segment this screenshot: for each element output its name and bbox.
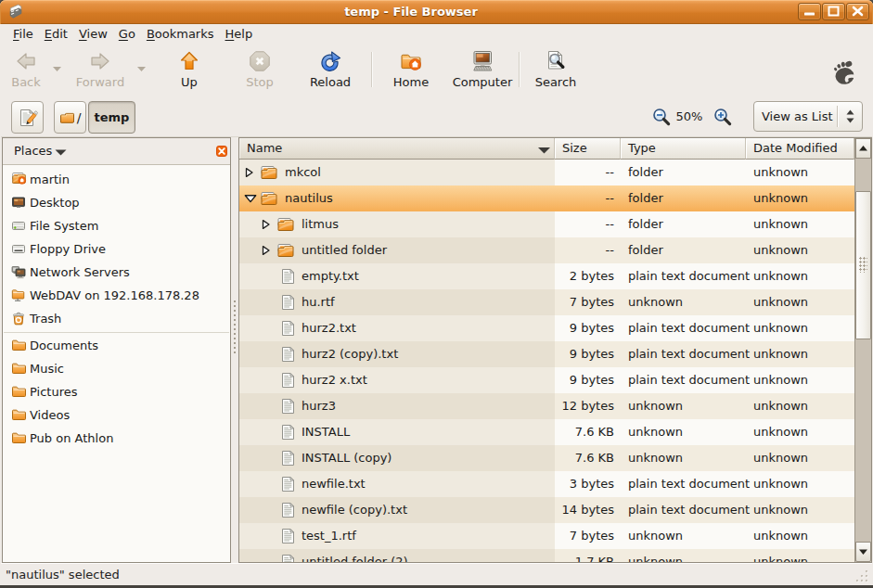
table-row[interactable]: hurz2 (copy).txt9 bytesplain text docume… bbox=[239, 341, 854, 367]
file-date: unknown bbox=[753, 263, 808, 289]
network-icon bbox=[11, 264, 26, 279]
file-type: plain text document bbox=[628, 497, 750, 523]
sidebar-item-music[interactable]: Music bbox=[3, 357, 230, 380]
column-header-size[interactable]: Size bbox=[555, 138, 621, 160]
scroll-up-button[interactable] bbox=[855, 138, 871, 159]
table-row[interactable]: untitled folder (2)1.7 KBunknownunknown bbox=[239, 549, 854, 562]
sidebar-item-file-system[interactable]: File System bbox=[3, 214, 230, 237]
toolbar-label: Forward bbox=[63, 75, 138, 89]
menu-file[interactable]: File bbox=[7, 25, 39, 44]
places-selector[interactable]: Places bbox=[3, 138, 230, 165]
sidebar-item-desktop[interactable]: Desktop bbox=[3, 191, 230, 214]
name-cell: hurz2.txt bbox=[239, 315, 555, 341]
table-row[interactable]: INSTALL7.6 KBunknownunknown bbox=[239, 419, 854, 445]
combo-arrows-icon bbox=[845, 109, 855, 124]
close-button[interactable] bbox=[846, 3, 869, 20]
column-header-date-modified[interactable]: Date Modified bbox=[746, 138, 854, 160]
resize-grip[interactable] bbox=[854, 569, 869, 583]
forward-dropdown-button[interactable] bbox=[137, 67, 146, 71]
edit-location-button[interactable] bbox=[11, 101, 44, 134]
search-button[interactable]: Search bbox=[522, 49, 589, 92]
name-cell: newfile (copy).txt bbox=[239, 497, 555, 523]
file-date: unknown bbox=[753, 160, 808, 185]
computer-icon bbox=[441, 49, 524, 73]
vertical-scrollbar[interactable] bbox=[854, 138, 871, 562]
computer-button[interactable]: Computer bbox=[441, 49, 524, 92]
minimize-button[interactable] bbox=[798, 3, 821, 20]
up-button[interactable]: Up bbox=[167, 49, 212, 92]
stop-button[interactable]: Stop bbox=[235, 49, 285, 92]
sort-descending-icon bbox=[537, 147, 551, 154]
sidebar-item-network-servers[interactable]: Network Servers bbox=[3, 261, 230, 284]
sidebar-item-pictures[interactable]: Pictures bbox=[3, 380, 230, 403]
expander-expanded-icon[interactable] bbox=[244, 194, 257, 203]
combo-separator bbox=[837, 106, 838, 127]
titlebar[interactable]: temp - File Browser bbox=[0, 0, 873, 24]
sidebar-item-documents[interactable]: Documents bbox=[3, 334, 230, 357]
table-row[interactable]: untitled folder--folderunknown bbox=[239, 237, 854, 263]
table-row[interactable]: mkcol--folderunknown bbox=[239, 160, 854, 185]
sidebar-item-label: Music bbox=[30, 357, 64, 380]
back-button[interactable]: Back bbox=[1, 49, 51, 92]
text-file-icon bbox=[280, 268, 296, 285]
shared-folder-icon bbox=[11, 288, 26, 302]
column-header-name[interactable]: Name bbox=[239, 138, 555, 160]
path-root-button[interactable]: / bbox=[54, 101, 86, 134]
menu-view[interactable]: View bbox=[73, 25, 113, 44]
menu-help[interactable]: Help bbox=[220, 25, 259, 44]
sidebar-item-videos[interactable]: Videos bbox=[3, 403, 230, 427]
maximize-button[interactable] bbox=[822, 3, 845, 20]
reload-button[interactable]: Reload bbox=[297, 49, 364, 92]
view-mode-combo[interactable]: View as List bbox=[753, 101, 863, 132]
table-row[interactable]: newfile.txt3 bytesplain text documentunk… bbox=[239, 471, 854, 497]
file-type: plain text document bbox=[628, 315, 750, 341]
table-row[interactable]: test_1.rtf7 bytesunknownunknown bbox=[239, 523, 854, 549]
forward-button[interactable]: Forward bbox=[63, 49, 138, 92]
file-date: unknown bbox=[753, 393, 808, 419]
toolbar-separator bbox=[519, 52, 520, 87]
table-row[interactable]: hurz312 bytesunknownunknown bbox=[239, 393, 854, 419]
expander-collapsed-icon[interactable] bbox=[244, 167, 253, 178]
scroll-down-button[interactable] bbox=[855, 542, 871, 562]
sidebar-item-martin[interactable]: martin bbox=[3, 168, 230, 191]
menu-edit[interactable]: Edit bbox=[39, 25, 73, 44]
menu-go[interactable]: Go bbox=[113, 25, 141, 44]
path-current-label: temp bbox=[95, 110, 130, 124]
file-size: 9 bytes bbox=[555, 341, 614, 367]
menu-bookmarks[interactable]: Bookmarks bbox=[141, 25, 220, 44]
file-type: folder bbox=[628, 185, 663, 211]
file-size: 3 bytes bbox=[555, 471, 614, 497]
sidebar-item-pub-on-athlon[interactable]: Pub on Athlon bbox=[3, 427, 230, 450]
menubar: FileEditViewGoBookmarksHelp bbox=[1, 24, 872, 45]
table-row[interactable]: newfile (copy).txt14 bytesplain text doc… bbox=[239, 497, 854, 523]
expander-collapsed-icon[interactable] bbox=[261, 219, 270, 230]
file-size: -- bbox=[555, 211, 614, 237]
path-current-button[interactable]: temp bbox=[88, 101, 135, 134]
side-pane-close-icon[interactable] bbox=[216, 146, 227, 157]
table-row[interactable]: litmus--folderunknown bbox=[239, 211, 854, 237]
main-area: Places martinDesktopFile SystemFloppy Dr… bbox=[1, 137, 872, 563]
table-row[interactable]: INSTALL (copy)7.6 KBunknownunknown bbox=[239, 445, 854, 471]
file-name: test_1.rtf bbox=[302, 523, 356, 549]
up-arrow-icon bbox=[167, 49, 212, 73]
table-row[interactable]: empty.txt2 bytesplain text documentunkno… bbox=[239, 263, 854, 289]
sidebar-item-webdav-on-192-168-178-28[interactable]: WebDAV on 192.168.178.28 bbox=[3, 284, 230, 307]
table-row[interactable]: nautilus--folderunknown bbox=[239, 185, 854, 211]
column-header-type[interactable]: Type bbox=[621, 138, 746, 160]
table-row[interactable]: hurz2.txt9 bytesplain text documentunkno… bbox=[239, 315, 854, 341]
path-root-label: / bbox=[77, 110, 82, 125]
scrollbar-thumb[interactable] bbox=[855, 191, 871, 339]
sidebar-item-floppy-drive[interactable]: Floppy Drive bbox=[3, 237, 230, 261]
back-dropdown-button[interactable] bbox=[53, 67, 61, 71]
table-row[interactable]: hu.rtf7 bytesunknownunknown bbox=[239, 289, 854, 315]
zoom-out-button[interactable] bbox=[651, 107, 672, 127]
expander-collapsed-icon[interactable] bbox=[261, 245, 270, 256]
home-button[interactable]: Home bbox=[386, 49, 436, 92]
name-cell: litmus bbox=[239, 211, 555, 237]
sidebar-item-trash[interactable]: Trash bbox=[3, 307, 230, 330]
splitter-grip bbox=[233, 300, 237, 355]
name-cell: nautilus bbox=[239, 185, 555, 211]
sidebar-item-label: Trash bbox=[30, 307, 61, 330]
zoom-in-button[interactable] bbox=[713, 107, 733, 127]
table-row[interactable]: hurz2 x.txt9 bytesplain text documentunk… bbox=[239, 367, 854, 393]
